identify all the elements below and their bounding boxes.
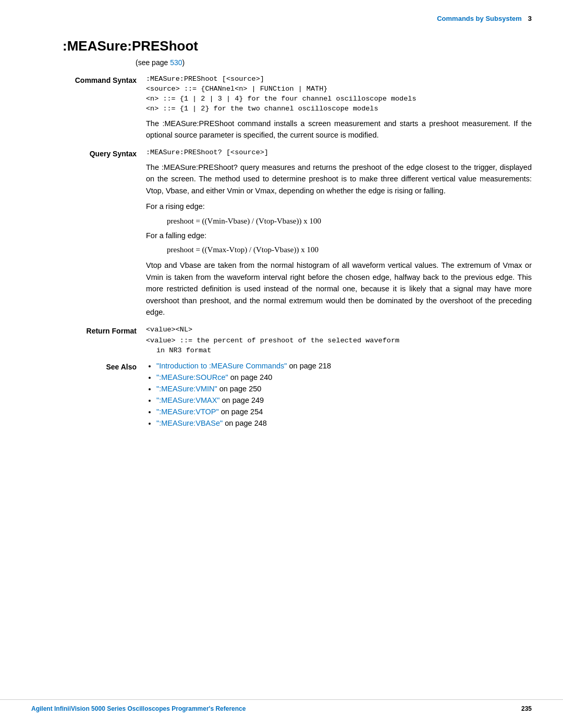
- return-format-line3: in NR3 format: [156, 347, 532, 354]
- return-format-line1: <value><NL>: [146, 326, 532, 334]
- see-also-link-0[interactable]: "Introduction to :MEASure Commands": [156, 362, 287, 370]
- rising-formula: preshoot = ((Vmin-Vbase) / (Vtop-Vbase))…: [167, 217, 532, 226]
- main-content: :MEASure:PREShoot (see page 530) Command…: [0, 22, 563, 453]
- query-syntax-section: Query Syntax :MEASure:PREShoot? [<source…: [63, 149, 532, 318]
- see-also-item: ":MEASure:VMIN" on page 250: [156, 385, 532, 393]
- command-syntax-line-3: <n> ::= {1 | 2 | 3 | 4} for the four cha…: [146, 95, 532, 103]
- page: Commands by Subsystem 3 :MEASure:PREShoo…: [0, 0, 563, 728]
- return-format-line2: <value> ::= the percent of preshoot of t…: [146, 337, 532, 344]
- see-also-item: ":MEASure:VTOP" on page 254: [156, 408, 532, 416]
- see-also-link-4[interactable]: ":MEASure:VTOP": [156, 408, 219, 416]
- query-syntax-content: :MEASure:PREShoot? [<source>] The :MEASu…: [146, 149, 532, 318]
- see-also-item: ":MEASure:VBASe" on page 248: [156, 419, 532, 427]
- page-header: Commands by Subsystem 3: [0, 0, 563, 22]
- footer-left-text: Agilent InfiniiVision 5000 Series Oscill…: [31, 705, 246, 712]
- header-right: Commands by Subsystem 3: [437, 15, 532, 22]
- see-also-list: "Introduction to :MEASure Commands" on p…: [146, 362, 532, 427]
- return-format-content: <value><NL> <value> ::= the percent of p…: [146, 326, 532, 354]
- header-page-number: 3: [528, 15, 532, 22]
- see-also-item: ":MEASure:SOURce" on page 240: [156, 373, 532, 381]
- see-also-label: See Also: [63, 362, 146, 430]
- see-also-link-2[interactable]: ":MEASure:VMIN": [156, 385, 217, 393]
- command-syntax-label: Command Syntax: [63, 75, 146, 141]
- see-also-content: "Introduction to :MEASure Commands" on p…: [146, 362, 532, 430]
- see-page: (see page 530): [136, 58, 532, 67]
- page-footer: Agilent InfiniiVision 5000 Series Oscill…: [0, 699, 563, 712]
- query-extra-description: Vtop and Vbase are taken from the normal…: [146, 260, 532, 318]
- return-format-label: Return Format: [63, 326, 146, 354]
- command-syntax-line-1: :MEASure:PREShoot [<source>]: [146, 75, 532, 83]
- see-also-link-3[interactable]: ":MEASure:VMAX": [156, 396, 220, 404]
- see-also-link-5[interactable]: ":MEASure:VBASe": [156, 419, 223, 427]
- query-syntax-label: Query Syntax: [63, 149, 146, 318]
- see-also-link-1[interactable]: ":MEASure:SOURce": [156, 373, 228, 381]
- header-subsystem-label: Commands by Subsystem: [437, 15, 522, 22]
- section-title: :MEASure:PREShoot: [63, 38, 532, 54]
- query-syntax-description: The :MEASure:PREShoot? query measures an…: [146, 162, 532, 196]
- footer-right-text: 235: [521, 705, 532, 712]
- see-also-item: ":MEASure:VMAX" on page 249: [156, 396, 532, 404]
- command-syntax-section: Command Syntax :MEASure:PREShoot [<sourc…: [63, 75, 532, 141]
- command-syntax-content: :MEASure:PREShoot [<source>] <source> ::…: [146, 75, 532, 141]
- command-syntax-line-2: <source> ::= {CHANnel<n> | FUNCtion | MA…: [146, 85, 532, 93]
- see-also-section: See Also "Introduction to :MEASure Comma…: [63, 362, 532, 430]
- rising-edge-label: For a rising edge:: [146, 201, 532, 212]
- see-page-close: ): [182, 58, 185, 67]
- falling-formula: preshoot = ((Vmax-Vtop) / (Vtop-Vbase)) …: [167, 245, 532, 254]
- see-page-link[interactable]: 530: [170, 58, 182, 67]
- query-syntax-line: :MEASure:PREShoot? [<source>]: [146, 149, 532, 156]
- see-also-item: "Introduction to :MEASure Commands" on p…: [156, 362, 532, 370]
- see-page-text: (see page: [136, 58, 170, 67]
- command-syntax-line-4: <n> ::= {1 | 2} for the two channel osci…: [146, 105, 532, 113]
- command-syntax-description: The :MEASure:PREShoot command installs a…: [146, 118, 532, 141]
- return-format-section: Return Format <value><NL> <value> ::= th…: [63, 326, 532, 354]
- falling-edge-label: For a falling edge:: [146, 230, 532, 241]
